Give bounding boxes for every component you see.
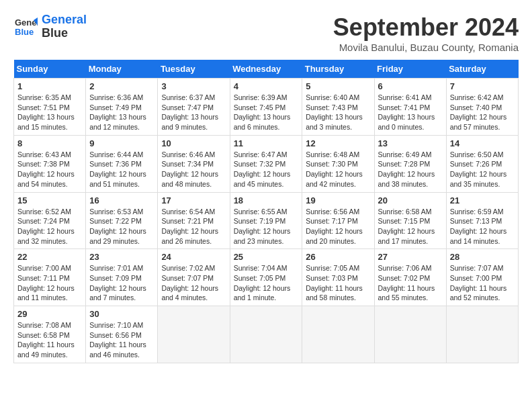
calendar-cell: 9Sunrise: 6:44 AM Sunset: 7:36 PM Daylig…	[86, 135, 158, 192]
day-number: 9	[89, 138, 154, 148]
day-info: Sunrise: 7:04 AM Sunset: 7:05 PM Dayligh…	[234, 263, 299, 303]
day-number: 22	[17, 252, 82, 262]
day-info: Sunrise: 6:48 AM Sunset: 7:30 PM Dayligh…	[306, 150, 370, 189]
day-info: Sunrise: 7:00 AM Sunset: 7:11 PM Dayligh…	[17, 263, 82, 303]
day-info: Sunrise: 6:42 AM Sunset: 7:40 PM Dayligh…	[450, 93, 515, 132]
calendar-week-row: 8Sunrise: 6:43 AM Sunset: 7:38 PM Daylig…	[14, 135, 519, 192]
calendar-week-row: 15Sunrise: 6:52 AM Sunset: 7:24 PM Dayli…	[14, 192, 519, 249]
calendar-cell: 12Sunrise: 6:48 AM Sunset: 7:30 PM Dayli…	[302, 135, 374, 192]
calendar-cell: 28Sunrise: 7:07 AM Sunset: 7:00 PM Dayli…	[446, 249, 518, 306]
svg-text:Blue: Blue	[15, 27, 34, 37]
day-info: Sunrise: 7:10 AM Sunset: 6:56 PM Dayligh…	[89, 320, 154, 360]
day-info: Sunrise: 6:56 AM Sunset: 7:17 PM Dayligh…	[306, 207, 370, 246]
calendar-cell: 13Sunrise: 6:49 AM Sunset: 7:28 PM Dayli…	[374, 135, 446, 192]
day-number: 25	[234, 252, 299, 262]
calendar-cell: 8Sunrise: 6:43 AM Sunset: 7:38 PM Daylig…	[14, 135, 86, 192]
day-number: 17	[161, 195, 226, 205]
day-info: Sunrise: 7:08 AM Sunset: 6:58 PM Dayligh…	[17, 320, 82, 360]
calendar-week-row: 1Sunrise: 6:35 AM Sunset: 7:51 PM Daylig…	[14, 79, 519, 136]
logo-text: GeneralBlue	[42, 13, 87, 40]
day-number: 15	[17, 195, 82, 205]
day-number: 19	[306, 195, 370, 205]
day-info: Sunrise: 6:58 AM Sunset: 7:15 PM Dayligh…	[378, 207, 443, 246]
day-info: Sunrise: 6:49 AM Sunset: 7:28 PM Dayligh…	[378, 150, 443, 189]
calendar-cell: 1Sunrise: 6:35 AM Sunset: 7:51 PM Daylig…	[14, 79, 86, 136]
calendar-cell: 14Sunrise: 6:50 AM Sunset: 7:26 PM Dayli…	[446, 135, 518, 192]
calendar-cell	[446, 306, 518, 363]
day-info: Sunrise: 7:07 AM Sunset: 7:00 PM Dayligh…	[450, 263, 515, 303]
title-block: September 2024 Movila Banului, Buzau Cou…	[333, 13, 519, 53]
calendar-cell: 24Sunrise: 7:02 AM Sunset: 7:07 PM Dayli…	[158, 249, 230, 306]
calendar-cell: 6Sunrise: 6:41 AM Sunset: 7:41 PM Daylig…	[374, 79, 446, 136]
day-header-thursday: Thursday	[302, 60, 374, 79]
day-info: Sunrise: 6:50 AM Sunset: 7:26 PM Dayligh…	[450, 150, 515, 189]
day-number: 4	[234, 81, 299, 91]
calendar-cell: 15Sunrise: 6:52 AM Sunset: 7:24 PM Dayli…	[14, 192, 86, 249]
calendar-cell: 25Sunrise: 7:04 AM Sunset: 7:05 PM Dayli…	[230, 249, 302, 306]
day-header-wednesday: Wednesday	[230, 60, 302, 79]
calendar-cell: 22Sunrise: 7:00 AM Sunset: 7:11 PM Dayli…	[14, 249, 86, 306]
calendar-cell: 23Sunrise: 7:01 AM Sunset: 7:09 PM Dayli…	[86, 249, 158, 306]
day-info: Sunrise: 6:40 AM Sunset: 7:43 PM Dayligh…	[306, 93, 370, 132]
calendar-cell: 10Sunrise: 6:46 AM Sunset: 7:34 PM Dayli…	[158, 135, 230, 192]
day-number: 28	[450, 252, 515, 262]
day-number: 2	[89, 81, 154, 91]
calendar-cell: 27Sunrise: 7:06 AM Sunset: 7:02 PM Dayli…	[374, 249, 446, 306]
day-number: 3	[161, 81, 226, 91]
day-number: 29	[17, 309, 82, 319]
day-info: Sunrise: 6:46 AM Sunset: 7:34 PM Dayligh…	[161, 150, 226, 189]
day-header-saturday: Saturday	[446, 60, 518, 79]
day-header-tuesday: Tuesday	[158, 60, 230, 79]
day-number: 26	[306, 252, 370, 262]
month-title: September 2024	[333, 13, 519, 42]
calendar-cell: 19Sunrise: 6:56 AM Sunset: 7:17 PM Dayli…	[302, 192, 374, 249]
calendar-cell	[302, 306, 374, 363]
day-number: 6	[378, 81, 443, 91]
day-header-sunday: Sunday	[14, 60, 86, 79]
day-number: 8	[17, 138, 82, 148]
day-number: 12	[306, 138, 370, 148]
day-info: Sunrise: 6:39 AM Sunset: 7:45 PM Dayligh…	[234, 93, 299, 132]
svg-text:General: General	[15, 17, 38, 28]
day-number: 11	[234, 138, 299, 148]
day-info: Sunrise: 7:05 AM Sunset: 7:03 PM Dayligh…	[306, 263, 370, 303]
calendar-cell: 7Sunrise: 6:42 AM Sunset: 7:40 PM Daylig…	[446, 79, 518, 136]
day-number: 1	[17, 81, 82, 91]
calendar-week-row: 29Sunrise: 7:08 AM Sunset: 6:58 PM Dayli…	[14, 306, 519, 363]
day-info: Sunrise: 6:37 AM Sunset: 7:47 PM Dayligh…	[161, 93, 226, 132]
calendar-cell: 3Sunrise: 6:37 AM Sunset: 7:47 PM Daylig…	[158, 79, 230, 136]
calendar-header-row: SundayMondayTuesdayWednesdayThursdayFrid…	[14, 60, 519, 79]
day-info: Sunrise: 6:59 AM Sunset: 7:13 PM Dayligh…	[450, 207, 515, 246]
day-number: 20	[378, 195, 443, 205]
day-header-friday: Friday	[374, 60, 446, 79]
day-number: 23	[89, 252, 154, 262]
day-number: 10	[161, 138, 226, 148]
calendar-cell	[374, 306, 446, 363]
day-number: 30	[89, 309, 154, 319]
calendar-cell	[158, 306, 230, 363]
day-header-monday: Monday	[86, 60, 158, 79]
day-info: Sunrise: 7:02 AM Sunset: 7:07 PM Dayligh…	[161, 263, 226, 303]
day-info: Sunrise: 6:52 AM Sunset: 7:24 PM Dayligh…	[17, 207, 82, 246]
calendar-cell: 20Sunrise: 6:58 AM Sunset: 7:15 PM Dayli…	[374, 192, 446, 249]
calendar-cell: 29Sunrise: 7:08 AM Sunset: 6:58 PM Dayli…	[14, 306, 86, 363]
day-number: 27	[378, 252, 443, 262]
day-number: 16	[89, 195, 154, 205]
day-info: Sunrise: 7:06 AM Sunset: 7:02 PM Dayligh…	[378, 263, 443, 303]
day-info: Sunrise: 6:55 AM Sunset: 7:19 PM Dayligh…	[234, 207, 299, 246]
calendar-cell: 18Sunrise: 6:55 AM Sunset: 7:19 PM Dayli…	[230, 192, 302, 249]
day-info: Sunrise: 6:53 AM Sunset: 7:22 PM Dayligh…	[89, 207, 154, 246]
day-number: 24	[161, 252, 226, 262]
day-info: Sunrise: 6:54 AM Sunset: 7:21 PM Dayligh…	[161, 207, 226, 246]
calendar-cell: 2Sunrise: 6:36 AM Sunset: 7:49 PM Daylig…	[86, 79, 158, 136]
day-number: 18	[234, 195, 299, 205]
calendar-cell: 26Sunrise: 7:05 AM Sunset: 7:03 PM Dayli…	[302, 249, 374, 306]
day-info: Sunrise: 6:36 AM Sunset: 7:49 PM Dayligh…	[89, 93, 154, 132]
day-info: Sunrise: 6:43 AM Sunset: 7:38 PM Dayligh…	[17, 150, 82, 189]
day-info: Sunrise: 6:44 AM Sunset: 7:36 PM Dayligh…	[89, 150, 154, 189]
logo: General Blue GeneralBlue	[13, 13, 87, 40]
location-subtitle: Movila Banului, Buzau County, Romania	[333, 42, 519, 53]
day-number: 21	[450, 195, 515, 205]
page-header: General Blue GeneralBlue September 2024 …	[13, 13, 519, 53]
calendar-cell: 16Sunrise: 6:53 AM Sunset: 7:22 PM Dayli…	[86, 192, 158, 249]
